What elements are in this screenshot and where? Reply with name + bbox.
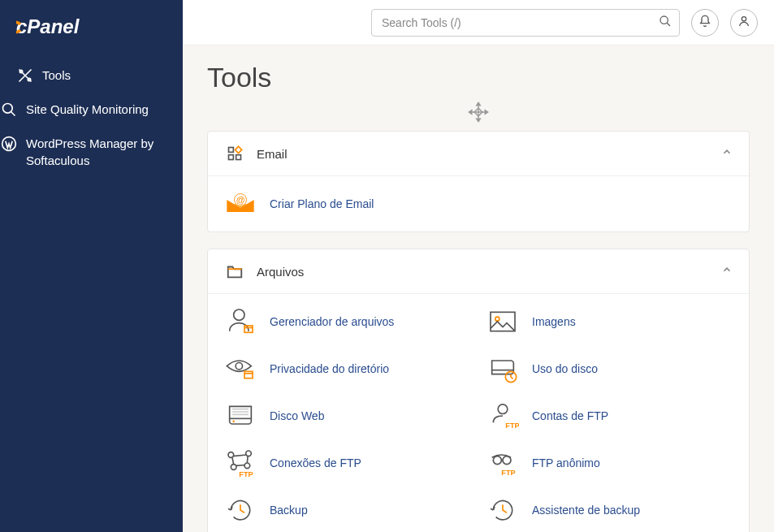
svg-rect-9 xyxy=(235,146,241,153)
svg-rect-10 xyxy=(229,155,234,160)
panel-header-arquivos[interactable]: Arquivos xyxy=(208,249,749,294)
tool-email-plan[interactable]: @ Criar Plano de Email xyxy=(224,188,733,220)
main-area: Tools Email xyxy=(183,0,774,532)
svg-text:FTP: FTP xyxy=(501,469,515,477)
tool-web-disk[interactable]: Disco Web xyxy=(224,400,470,432)
search-wrap xyxy=(371,9,680,37)
notifications-button[interactable] xyxy=(691,9,719,37)
tool-ftp-anonymous[interactable]: FTP FTP anônimo xyxy=(486,447,733,479)
tool-backup[interactable]: Backup xyxy=(224,494,470,526)
tool-label: Gerenciador de arquivos xyxy=(270,315,394,328)
wordpress-icon xyxy=(0,135,18,153)
svg-point-25 xyxy=(246,451,252,456)
tool-backup-wizard[interactable]: Assistente de backup xyxy=(486,494,733,526)
tool-label: Backup xyxy=(270,504,308,517)
panel-title: Arquivos xyxy=(257,265,721,279)
image-icon xyxy=(486,305,519,338)
page-title: Tools xyxy=(207,62,750,93)
search-input[interactable] xyxy=(371,9,680,37)
svg-point-14 xyxy=(234,309,244,320)
tool-label: Imagens xyxy=(532,315,576,328)
move-icon xyxy=(467,101,490,127)
tool-label: FTP anônimo xyxy=(532,456,600,469)
panel-email: Email @ Criar Plano de Email xyxy=(207,131,750,232)
tool-dir-privacy[interactable]: Privacidade do diretório xyxy=(224,353,470,385)
tools-icon xyxy=(16,67,34,84)
svg-rect-11 xyxy=(236,155,241,160)
chevron-up-icon xyxy=(721,146,733,161)
disk-clock-icon xyxy=(486,353,519,385)
chevron-up-icon xyxy=(721,264,733,279)
tool-label: Conexões de FTP xyxy=(270,456,361,469)
tool-images[interactable]: Imagens xyxy=(486,305,733,338)
cpanel-logo-icon: cPanel xyxy=(16,15,114,39)
topbar xyxy=(183,0,774,45)
tool-label: Privacidade do diretório xyxy=(270,362,389,375)
ftp-user-icon: FTP xyxy=(486,400,519,432)
svg-text:cPanel: cPanel xyxy=(16,15,80,37)
svg-point-17 xyxy=(495,317,499,321)
svg-text:FTP: FTP xyxy=(239,470,253,478)
svg-point-27 xyxy=(244,463,250,469)
sidebar-item-wordpress[interactable]: WordPress Manager by Softaculous xyxy=(0,127,183,177)
magnify-icon xyxy=(0,101,18,119)
tool-ftp-accounts[interactable]: FTP Contas de FTP xyxy=(486,400,733,432)
sidebar: cPanel Tools Site Quality Monitoring Wor… xyxy=(0,0,183,532)
tool-label: Assistente de backup xyxy=(532,504,640,517)
svg-point-30 xyxy=(503,456,511,465)
svg-point-29 xyxy=(493,456,501,465)
svg-rect-8 xyxy=(229,148,234,153)
svg-point-18 xyxy=(236,363,242,370)
panel-arquivos: Arquivos Gerenciador de arquivos xyxy=(207,249,750,532)
drag-handle[interactable] xyxy=(207,102,750,126)
svg-point-21 xyxy=(232,420,235,422)
user-icon xyxy=(737,15,750,31)
sidebar-item-label: Site Quality Monitoring xyxy=(26,101,149,118)
folder-icon xyxy=(224,261,245,282)
envelope-icon: @ xyxy=(224,188,257,220)
sidebar-item-site-quality[interactable]: Site Quality Monitoring xyxy=(0,93,183,127)
svg-text:@: @ xyxy=(236,195,245,205)
svg-point-26 xyxy=(231,465,236,470)
tool-label: Disco Web xyxy=(270,409,324,422)
sidebar-item-label: WordPress Manager by Softaculous xyxy=(26,135,166,169)
svg-point-3 xyxy=(3,104,13,114)
panel-header-email[interactable]: Email xyxy=(208,132,749,176)
apps-icon xyxy=(224,143,245,164)
bell-icon xyxy=(698,15,711,31)
tool-file-manager[interactable]: Gerenciador de arquivos xyxy=(224,305,470,338)
eye-folder-icon xyxy=(224,353,257,385)
svg-point-6 xyxy=(742,16,746,20)
search-icon xyxy=(659,15,672,31)
user-folder-icon xyxy=(224,305,257,338)
tool-label: Contas de FTP xyxy=(532,409,608,422)
sidebar-item-tools[interactable]: Tools xyxy=(0,58,183,93)
tool-label: Criar Plano de Email xyxy=(270,197,374,210)
disk-icon xyxy=(224,400,257,432)
brand-logo: cPanel xyxy=(0,15,183,58)
svg-text:FTP: FTP xyxy=(505,422,519,430)
svg-point-22 xyxy=(498,404,508,414)
ftp-anon-icon: FTP xyxy=(486,447,519,479)
panel-body-email: @ Criar Plano de Email xyxy=(208,176,749,231)
backup-wizard-icon xyxy=(486,494,519,526)
tool-ftp-connections[interactable]: FTP Conexões de FTP xyxy=(224,447,470,479)
ftp-network-icon: FTP xyxy=(224,447,257,479)
tool-label: Uso do disco xyxy=(532,362,598,375)
user-button[interactable] xyxy=(730,9,758,37)
svg-point-5 xyxy=(660,16,668,24)
sidebar-item-label: Tools xyxy=(42,67,71,84)
content: Tools Email xyxy=(183,45,774,532)
svg-rect-19 xyxy=(244,371,253,378)
panel-title: Email xyxy=(257,147,721,161)
panel-body-arquivos: Gerenciador de arquivos Imagens Privacid… xyxy=(208,294,749,532)
backup-icon xyxy=(224,494,257,526)
svg-point-24 xyxy=(228,452,234,458)
tool-disk-usage[interactable]: Uso do disco xyxy=(486,353,733,385)
